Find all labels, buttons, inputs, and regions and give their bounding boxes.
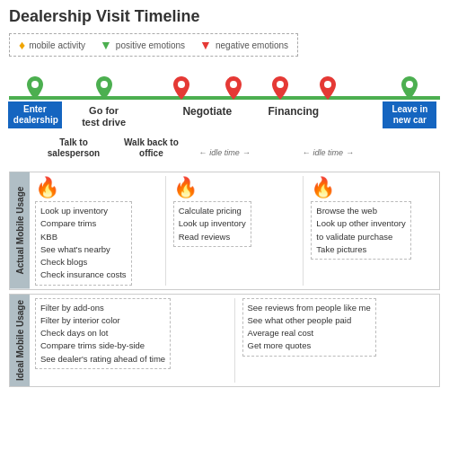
stage-testdrive: Go fortest drive [82,105,126,128]
stage-financing: Financing [268,105,319,118]
svg-point-1 [101,81,108,88]
actual-col-2: 🔥 Calculate pricing Look up inventory Re… [173,176,296,286]
pin-5 [272,76,288,100]
idle-2: ←idle time→ [302,148,354,157]
stage-enter: Enterdealership [8,101,62,128]
idle-1: ←idle time→ [198,148,251,157]
svg-point-5 [324,81,331,88]
svg-point-0 [31,81,39,88]
pin-4 [225,76,242,100]
svg-point-6 [406,81,413,88]
ideal-items-2: See reviews from people like me See what… [242,298,376,357]
ideal-mobile-content: Filter by add-ons Filter by interior col… [30,295,439,386]
sublabel-talk: Talk tosalesperson [48,137,100,159]
divider-1 [165,176,166,286]
actual-col-3: 🔥 Browse the web Look up other inventory… [311,176,434,286]
negative-icon: ▼ [199,38,212,52]
mobile-flame-1: 🔥 [35,176,59,199]
legend-positive-label: positive emotions [116,40,185,50]
ideal-col-2: See reviews from people like me See what… [242,298,435,383]
actual-mobile-section: Actual Mobile Usage 🔥 Look up inventory … [9,172,440,290]
timeline: Enterdealership Go fortest drive Negotia… [9,66,440,168]
legend-mobile: ♦ mobile activity [19,38,85,52]
actual-items-2: Calculate pricing Look up inventory Read… [173,201,251,247]
legend-negative-label: negative emotions [216,40,288,50]
mobile-flame-2: 🔥 [173,176,198,199]
sublabel-walk: Walk back tooffice [124,137,179,159]
mobile-icon: ♦ [19,38,25,52]
positive-icon: ▼ [100,38,112,52]
actual-items-1: Look up inventory Compare trims KBB See … [35,201,132,286]
actual-col-1: 🔥 Look up inventory Compare trims KBB Se… [35,176,158,286]
pin-6 [320,76,336,100]
svg-point-3 [230,81,237,88]
divider-3 [234,298,235,383]
page-container: Dealership Visit Timeline ♦ mobile activ… [0,0,449,398]
pin-1 [27,76,43,100]
svg-point-4 [277,81,284,88]
ideal-items-1: Filter by add-ons Filter by interior col… [35,298,171,369]
stage-negotiate: Negotiate [182,105,232,118]
legend: ♦ mobile activity ▼ positive emotions ▼ … [9,33,298,57]
pin-3 [173,76,189,100]
mobile-flame-3: 🔥 [311,176,335,199]
legend-mobile-label: mobile activity [29,40,85,50]
page-title: Dealership Visit Timeline [9,7,440,26]
sublabel-row: Talk tosalesperson Walk back tooffice ←i… [9,137,440,168]
pin-7 [401,76,418,100]
svg-point-2 [178,81,185,88]
legend-positive: ▼ positive emotions [100,38,185,52]
pin-row [9,66,440,100]
legend-negative: ▼ negative emotions [199,38,288,52]
actual-items-3: Browse the web Look up other inventory t… [311,201,410,260]
pin-2 [96,76,112,100]
ideal-mobile-title: Ideal Mobile Usage [10,295,30,386]
divider-2 [303,176,304,286]
ideal-col-1: Filter by add-ons Filter by interior col… [35,298,227,383]
stage-leave: Leave innew car [383,101,436,128]
actual-mobile-content: 🔥 Look up inventory Compare trims KBB Se… [30,172,439,289]
ideal-mobile-section: Ideal Mobile Usage Filter by add-ons Fil… [9,294,440,387]
stage-row: Enterdealership Go fortest drive Negotia… [9,101,440,136]
actual-mobile-title: Actual Mobile Usage [10,172,30,289]
